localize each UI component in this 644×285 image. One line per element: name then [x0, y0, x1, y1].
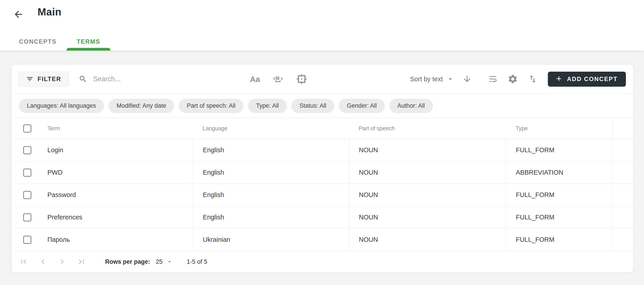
row-spacer	[612, 206, 633, 228]
page-range-label: 1-5 of 5	[187, 258, 207, 265]
settings-button[interactable]	[508, 74, 518, 84]
first-page-button[interactable]	[19, 257, 28, 267]
table-body: Login English NOUN FULL_FORM PWD English…	[12, 139, 633, 251]
last-page-button[interactable]	[76, 257, 86, 267]
tab-terms[interactable]: TERMS	[67, 33, 110, 51]
rows-per-page-select[interactable]: 25	[156, 258, 173, 265]
toolbar-right: Sort by text	[410, 72, 626, 87]
match-case-icon[interactable]: Aa	[250, 75, 260, 83]
rows-per-page-value: 25	[156, 258, 162, 265]
rows-per-page-label: Rows per page:	[105, 258, 150, 265]
add-concept-button[interactable]: + ADD CONCEPT	[548, 72, 626, 87]
top-header: Main CONCEPTS TERMS	[0, 0, 644, 51]
column-header-type: Type	[506, 125, 612, 132]
arrow-left-icon	[13, 9, 24, 20]
row-checkbox[interactable]	[23, 146, 31, 154]
term-value: Password	[31, 191, 76, 199]
search-box	[79, 75, 250, 83]
type-cell: ABBREVIATION	[506, 161, 612, 184]
term-cell: Password	[12, 184, 193, 206]
import-export-button[interactable]	[528, 74, 538, 84]
language-cell: English	[193, 184, 349, 206]
toolbar: FILTER Aa	[12, 65, 633, 94]
table-row[interactable]: Login English NOUN FULL_FORM	[12, 139, 633, 161]
filter-button-label: FILTER	[38, 76, 61, 83]
tab-bar: CONCEPTS TERMS	[9, 33, 110, 51]
chevron-left-icon	[38, 257, 48, 266]
chevron-right-icon	[58, 257, 67, 266]
row-checkbox[interactable]	[23, 236, 31, 244]
add-concept-label: ADD CONCEPT	[567, 76, 618, 83]
term-value: Пароль	[31, 236, 70, 243]
term-value: Preferences	[31, 214, 82, 221]
part-of-speech-cell: NOUN	[349, 139, 506, 161]
back-button[interactable]	[12, 8, 24, 21]
part-of-speech-cell: NOUN	[349, 206, 506, 228]
search-options: Aa	[250, 73, 308, 85]
row-spacer	[612, 139, 633, 161]
tab-concepts[interactable]: CONCEPTS	[9, 33, 67, 51]
last-page-icon	[77, 257, 86, 266]
filter-button[interactable]: FILTER	[18, 72, 69, 86]
term-cell: Preferences	[12, 206, 193, 228]
row-spacer	[612, 161, 633, 184]
viewfinder-icon[interactable]	[296, 73, 307, 85]
term-cell: Пароль	[12, 229, 193, 251]
column-header-part-of-speech: Part of speech	[349, 125, 506, 132]
search-input[interactable]	[92, 75, 250, 83]
plus-icon: +	[556, 74, 562, 83]
select-all-checkbox[interactable]	[23, 124, 31, 133]
pagination-bar: Rows per page: 25 1-5 of 5	[12, 251, 633, 272]
filter-chips-row: Languages: All languages Modified: Any d…	[12, 94, 633, 118]
chip-type[interactable]: Type: All	[248, 99, 287, 113]
table-row[interactable]: Preferences English NOUN FULL_FORM	[12, 206, 633, 229]
row-checkbox[interactable]	[23, 191, 31, 199]
swap-vert-icon	[528, 74, 538, 84]
chip-modified[interactable]: Modified: Any date	[108, 99, 174, 113]
first-page-icon	[19, 257, 28, 266]
column-header-term: Term	[31, 125, 60, 132]
tab-terms-label: TERMS	[77, 38, 100, 45]
sort-by-label: Sort by text	[410, 76, 443, 83]
wrap-text-button[interactable]	[488, 74, 498, 84]
type-cell: FULL_FORM	[506, 139, 612, 161]
row-checkbox[interactable]	[23, 213, 31, 221]
chip-gender[interactable]: Gender: All	[339, 99, 385, 113]
active-tab-indicator	[67, 48, 110, 51]
sort-by-dropdown[interactable]: Sort by text	[410, 76, 454, 83]
arrow-down-icon	[462, 74, 472, 84]
chip-part-of-speech[interactable]: Part of speech: All	[179, 99, 244, 113]
table-header-spacer	[612, 118, 633, 139]
terms-card: FILTER Aa	[11, 64, 634, 273]
type-cell: FULL_FORM	[506, 229, 612, 251]
table-row[interactable]: PWD English NOUN ABBREVIATION	[12, 161, 633, 184]
whole-word-icon[interactable]	[273, 74, 283, 84]
chevron-down-icon	[443, 76, 454, 83]
table-row[interactable]: Пароль Ukrainian NOUN FULL_FORM	[12, 229, 633, 251]
next-page-button[interactable]	[57, 257, 67, 267]
chip-languages[interactable]: Languages: All languages	[19, 99, 104, 113]
wrap-text-icon	[488, 74, 498, 84]
term-cell: Login	[12, 139, 193, 161]
table-header-row: Term Language Part of speech Type	[12, 118, 633, 139]
term-value: Login	[31, 146, 63, 154]
language-cell: English	[193, 161, 349, 184]
page-title: Main	[38, 6, 62, 18]
search-icon	[79, 75, 87, 83]
sort-direction-button[interactable]	[462, 74, 472, 84]
column-header-language: Language	[193, 125, 349, 132]
row-checkbox[interactable]	[23, 169, 31, 177]
type-cell: FULL_FORM	[506, 206, 612, 228]
table-row[interactable]: Password English NOUN FULL_FORM	[12, 184, 633, 206]
chevron-down-icon	[162, 258, 173, 265]
chip-author[interactable]: Author: All	[389, 99, 433, 113]
part-of-speech-cell: NOUN	[349, 161, 506, 184]
row-spacer	[612, 184, 633, 206]
gear-icon	[508, 74, 518, 84]
language-cell: English	[193, 206, 349, 228]
language-cell: English	[193, 139, 349, 161]
chip-status[interactable]: Status: All	[291, 99, 334, 113]
prev-page-button[interactable]	[38, 257, 48, 267]
terminology-page: Main CONCEPTS TERMS FILTER	[0, 0, 644, 285]
part-of-speech-cell: NOUN	[349, 229, 506, 251]
